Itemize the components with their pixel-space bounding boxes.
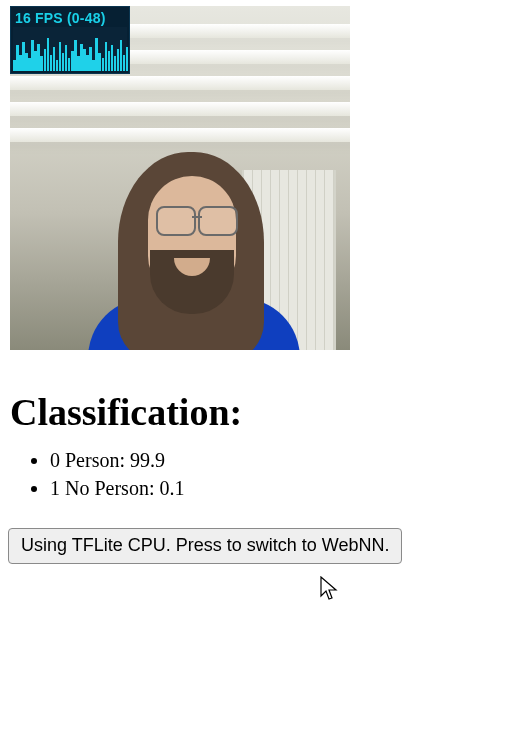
classification-results: 0 Person: 99.91 No Person: 0.1 (10, 446, 506, 502)
fps-bar (126, 47, 129, 71)
fps-overlay: 16 FPS (0-48) (10, 6, 130, 74)
camera-preview: 16 FPS (0-48) (10, 6, 350, 350)
ceiling-beam (10, 76, 350, 90)
result-item: 0 Person: 99.9 (50, 446, 506, 474)
fps-chart (13, 27, 127, 71)
fps-readout: 16 FPS (0-48) (11, 7, 129, 26)
result-item: 1 No Person: 0.1 (50, 474, 506, 502)
mouse-cursor-icon (320, 576, 340, 602)
ceiling-beam (10, 128, 350, 142)
glasses-bridge (192, 216, 202, 218)
classification-heading: Classification: (10, 390, 506, 434)
glasses-left-lens (156, 206, 196, 236)
backend-switch-button[interactable]: Using TFLite CPU. Press to switch to Web… (8, 528, 402, 564)
glasses-right-lens (198, 206, 238, 236)
ceiling-beam (10, 102, 350, 116)
